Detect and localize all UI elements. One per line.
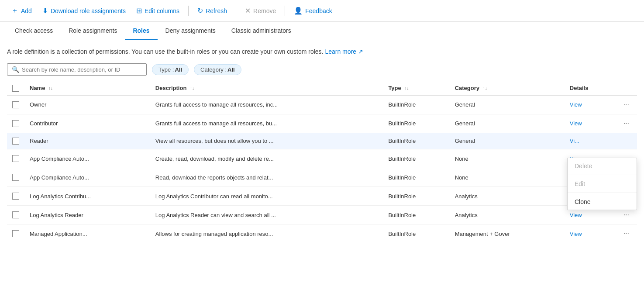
refresh-button[interactable]: ↻ Refresh	[193, 4, 231, 17]
row-type: BuiltInRole	[383, 168, 449, 187]
type-sort-icon[interactable]: ↑↓	[404, 86, 409, 91]
download-label: Download role assignments	[51, 7, 126, 14]
more-button[interactable]: ···	[621, 119, 632, 128]
row-category: None	[450, 168, 565, 187]
row-checkbox[interactable]	[12, 193, 19, 200]
row-type: BuiltInRole	[383, 95, 449, 114]
view-link[interactable]: View	[570, 120, 582, 127]
category-filter-pill[interactable]: Category : All	[194, 64, 241, 75]
row-name: App Compliance Auto...	[24, 149, 150, 168]
row-more: ···	[616, 114, 637, 133]
row-checkbox[interactable]	[12, 120, 19, 127]
th-name[interactable]: Name ↑↓	[24, 81, 150, 95]
row-name: Log Analytics Contribu...	[24, 187, 150, 206]
search-input[interactable]	[22, 66, 142, 73]
type-filter-label: Type :	[158, 66, 174, 73]
tab-check-access[interactable]: Check access	[7, 22, 61, 40]
table-body: OwnerGrants full access to manage all re…	[7, 95, 637, 243]
tab-classic-administrators[interactable]: Classic administrators	[224, 22, 299, 40]
name-sort-icon[interactable]: ↑↓	[48, 86, 53, 91]
download-icon: ⬇	[42, 7, 48, 15]
table-row[interactable]: ContributorGrants full access to manage …	[7, 114, 637, 133]
row-category: General	[450, 114, 565, 133]
description-sort-icon[interactable]: ↑↓	[190, 86, 194, 91]
row-category: Management + Gover	[450, 224, 565, 243]
edit-columns-button[interactable]: ⊞ Edit columns	[132, 4, 184, 17]
select-all-checkbox[interactable]	[12, 85, 19, 92]
search-icon: 🔍	[12, 66, 19, 73]
table-header: Name ↑↓ Description ↑↓ Type ↑↓ Category …	[7, 81, 637, 95]
row-type: BuiltInRole	[383, 114, 449, 133]
view-link[interactable]: View	[570, 212, 582, 218]
download-button[interactable]: ⬇ Download role assignments	[38, 4, 130, 17]
roles-table-container: Name ↑↓ Description ↑↓ Type ↑↓ Category …	[0, 81, 644, 243]
table-row[interactable]: OwnerGrants full access to manage all re…	[7, 95, 637, 114]
search-box[interactable]: 🔍	[7, 63, 147, 76]
learn-more-link[interactable]: Learn more ↗	[325, 48, 363, 55]
row-category: Analytics	[450, 187, 565, 206]
row-name: Log Analytics Reader	[24, 206, 150, 224]
row-description: Log Analytics Reader can view and search…	[150, 206, 383, 224]
th-description[interactable]: Description ↑↓	[150, 81, 383, 95]
row-description: Read, download the reports objects and r…	[150, 168, 383, 187]
row-type: BuiltInRole	[383, 187, 449, 206]
table-row[interactable]: ReaderView all resources, but does not a…	[7, 133, 637, 149]
edit-columns-label: Edit columns	[145, 7, 179, 14]
table-row[interactable]: App Compliance Auto...Create, read, down…	[7, 149, 637, 168]
more-button[interactable]: ···	[621, 229, 632, 238]
row-description: View all resources, but does not allow y…	[150, 133, 383, 149]
context-menu-edit[interactable]: Edit	[568, 176, 637, 192]
feedback-icon: 👤	[294, 7, 303, 15]
roles-table: Name ↑↓ Description ↑↓ Type ↑↓ Category …	[7, 81, 637, 243]
th-type[interactable]: Type ↑↓	[383, 81, 449, 95]
row-type: BuiltInRole	[383, 149, 449, 168]
row-checkbox[interactable]	[12, 230, 19, 237]
filter-bar: 🔍 Type : All Category : All	[0, 60, 644, 81]
row-type: BuiltInRole	[383, 133, 449, 149]
tab-roles[interactable]: Roles	[125, 22, 157, 40]
remove-button[interactable]: ✕ Remove	[241, 4, 280, 17]
view-link[interactable]: View	[570, 231, 582, 237]
toolbar: ＋ Add ⬇ Download role assignments ⊞ Edit…	[0, 0, 644, 22]
category-filter-value: All	[227, 66, 235, 73]
row-description: Create, read, download, modify and delet…	[150, 149, 383, 168]
view-link[interactable]: View	[570, 101, 582, 108]
row-name: Reader	[24, 133, 150, 149]
row-checkbox[interactable]	[12, 211, 19, 218]
th-checkbox[interactable]	[7, 81, 24, 95]
type-filter-pill[interactable]: Type : All	[152, 64, 189, 75]
row-category: General	[450, 133, 565, 149]
row-checkbox[interactable]	[12, 174, 19, 181]
context-menu-clone[interactable]: Clone	[568, 194, 637, 210]
category-sort-icon[interactable]: ↑↓	[483, 86, 487, 91]
row-description: Log Analytics Contributor can read all m…	[150, 187, 383, 206]
description-text: A role definition is a collection of per…	[0, 40, 644, 60]
tab-role-assignments[interactable]: Role assignments	[61, 22, 125, 40]
more-button[interactable]: ···	[621, 210, 632, 220]
separator-2	[236, 6, 236, 16]
row-name: Contributor	[24, 114, 150, 133]
table-row[interactable]: Log Analytics Contribu...Log Analytics C…	[7, 187, 637, 206]
row-checkbox[interactable]	[12, 155, 19, 162]
row-details: View	[565, 114, 616, 133]
row-more	[616, 133, 637, 149]
remove-icon: ✕	[245, 7, 251, 15]
th-category[interactable]: Category ↑↓	[450, 81, 565, 95]
row-more: ···	[616, 95, 637, 114]
edit-columns-icon: ⊞	[136, 7, 142, 15]
row-checkbox[interactable]	[12, 101, 19, 108]
table-row[interactable]: Managed Application...Allows for creatin…	[7, 224, 637, 243]
row-checkbox[interactable]	[12, 138, 19, 145]
row-description: Allows for creating managed application …	[150, 224, 383, 243]
context-menu-sep-1	[568, 175, 637, 175]
table-row[interactable]: App Compliance Auto...Read, download the…	[7, 168, 637, 187]
row-name: Managed Application...	[24, 224, 150, 243]
more-button[interactable]: ···	[621, 100, 632, 110]
context-menu-delete[interactable]: Delete	[568, 158, 637, 174]
feedback-button[interactable]: 👤 Feedback	[289, 4, 336, 17]
add-button[interactable]: ＋ Add	[7, 3, 36, 18]
tab-deny-assignments[interactable]: Deny assignments	[158, 22, 224, 40]
table-row[interactable]: Log Analytics ReaderLog Analytics Reader…	[7, 206, 637, 224]
row-description: Grants full access to manage all resourc…	[150, 95, 383, 114]
row-category: None	[450, 149, 565, 168]
